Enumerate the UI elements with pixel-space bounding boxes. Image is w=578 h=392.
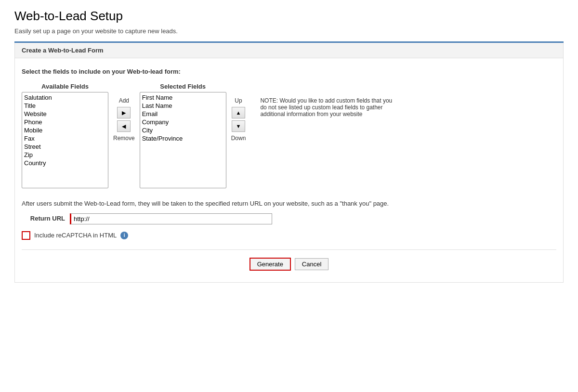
- list-item[interactable]: Company: [140, 118, 226, 126]
- list-item[interactable]: City: [140, 126, 226, 134]
- note-text: NOTE: Would you like to add custom field…: [260, 97, 392, 118]
- add-label: Add: [119, 97, 129, 104]
- down-button[interactable]: ▼: [232, 120, 245, 132]
- return-url-section: After users submit the Web-to-Lead form,…: [22, 199, 556, 224]
- selected-fields-listbox[interactable]: First Name Last Name Email Company City …: [140, 92, 226, 188]
- remove-label: Remove: [113, 135, 135, 142]
- captcha-label: Include reCAPTCHA in HTML: [34, 232, 117, 239]
- info-icon[interactable]: i: [120, 232, 128, 239]
- selected-fields-container: Selected Fields First Name Last Name Ema…: [140, 83, 226, 188]
- return-url-row: Return URL: [22, 213, 556, 224]
- available-fields-container: Available Fields Salutation Title Websit…: [22, 83, 108, 188]
- list-item[interactable]: Last Name: [140, 102, 226, 110]
- after-submit-info: After users submit the Web-to-Lead form,…: [22, 199, 556, 209]
- list-item[interactable]: Website: [22, 110, 108, 118]
- list-item[interactable]: First Name: [140, 93, 226, 102]
- up-down-buttons: Up ▲ ▼ Down: [226, 83, 246, 142]
- generate-button[interactable]: Generate: [250, 258, 291, 271]
- captcha-checkbox[interactable]: [22, 231, 30, 240]
- list-item[interactable]: State/Province: [140, 134, 226, 143]
- buttons-row: Generate Cancel: [22, 249, 556, 271]
- page-title: Web-to-Lead Setup: [14, 9, 564, 24]
- note-section: NOTE: Would you like to add custom field…: [246, 83, 400, 118]
- cancel-button[interactable]: Cancel: [295, 258, 328, 270]
- return-url-label: Return URL: [22, 214, 65, 223]
- return-url-input[interactable]: [70, 213, 272, 224]
- section-header: Create a Web-to-Lead Form: [14, 43, 564, 58]
- page-wrapper: Web-to-Lead Setup Easily set up a page o…: [5, 0, 573, 291]
- list-item[interactable]: Mobile: [22, 126, 108, 134]
- up-button[interactable]: ▲: [232, 107, 245, 118]
- down-label: Down: [231, 135, 246, 142]
- list-item[interactable]: Zip: [22, 151, 108, 159]
- page-subtitle: Easily set up a page on your website to …: [14, 27, 564, 35]
- selected-fields-label: Selected Fields: [160, 83, 206, 90]
- list-item[interactable]: Salutation: [22, 93, 108, 102]
- transfer-buttons: Add ▶ ◀ Remove: [108, 83, 140, 142]
- up-label: Up: [235, 97, 242, 104]
- available-fields-listbox[interactable]: Salutation Title Website Phone Mobile Fa…: [22, 92, 108, 188]
- list-item[interactable]: Street: [22, 143, 108, 151]
- list-item[interactable]: Title: [22, 102, 108, 110]
- list-item[interactable]: Country: [22, 159, 108, 167]
- remove-button[interactable]: ◀: [117, 120, 131, 132]
- list-item[interactable]: Email: [140, 110, 226, 118]
- available-fields-label: Available Fields: [41, 83, 89, 90]
- add-button[interactable]: ▶: [117, 107, 131, 118]
- captcha-row: Include reCAPTCHA in HTML i: [22, 231, 556, 240]
- list-item[interactable]: Fax: [22, 134, 108, 143]
- section-body: Select the fields to include on your Web…: [14, 58, 564, 283]
- fields-instruction: Select the fields to include on your Web…: [22, 68, 556, 75]
- list-item[interactable]: Phone: [22, 118, 108, 126]
- fields-layout: Available Fields Salutation Title Websit…: [22, 83, 556, 188]
